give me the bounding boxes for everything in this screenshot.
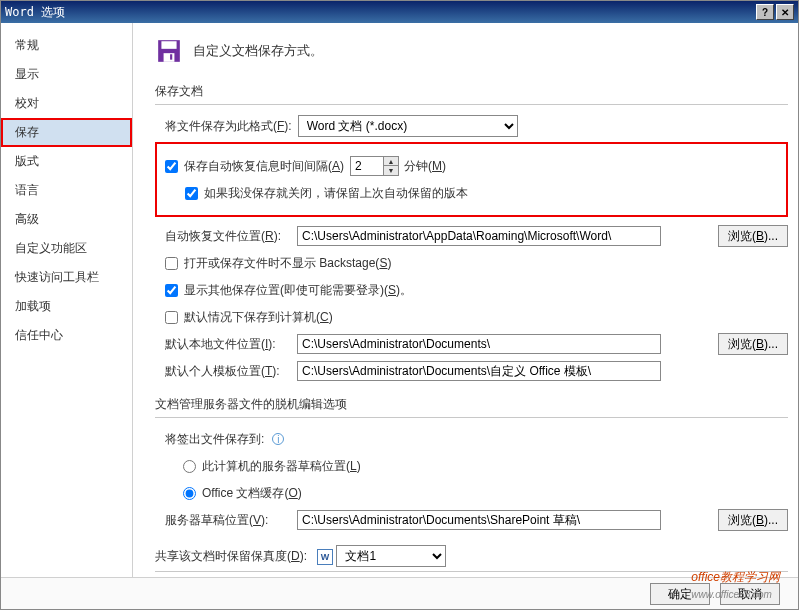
dialog-footer: 确定 取消 <box>1 577 798 609</box>
spinner-down[interactable]: ▼ <box>384 166 398 175</box>
svg-rect-3 <box>170 54 172 59</box>
default-local-label: 默认本地文件位置(I): <box>165 336 291 353</box>
autorecover-interval-input[interactable] <box>350 156 384 176</box>
sidebar-item-layout[interactable]: 版式 <box>1 147 132 176</box>
sidebar-item-advanced[interactable]: 高级 <box>1 205 132 234</box>
word-doc-icon: W <box>317 549 333 565</box>
autorecover-path-input[interactable] <box>297 226 661 246</box>
sidebar-item-addins[interactable]: 加载项 <box>1 292 132 321</box>
sidebar-item-trust-center[interactable]: 信任中心 <box>1 321 132 350</box>
category-sidebar: 常规 显示 校对 保存 版式 语言 高级 自定义功能区 快速访问工具栏 加载项 … <box>1 23 133 577</box>
radio-office-cache[interactable] <box>183 487 196 500</box>
autorecover-label: 保存自动恢复信息时间间隔(A) <box>184 158 344 175</box>
radio-office-cache-label: Office 文档缓存(O) <box>202 485 302 502</box>
browse-default-local-button[interactable]: 浏览(B)... <box>718 333 788 355</box>
format-select[interactable]: Word 文档 (*.docx) <box>298 115 518 137</box>
minutes-label: 分钟(M) <box>404 158 446 175</box>
save-to-pc-checkbox[interactable] <box>165 311 178 324</box>
window-controls: ? ✕ <box>756 4 794 20</box>
spinner-up[interactable]: ▲ <box>384 157 398 166</box>
section-offline-editing: 文档管理服务器文件的脱机编辑选项 <box>155 396 788 418</box>
no-backstage-label: 打开或保存文件时不显示 Backstage(S) <box>184 255 391 272</box>
autorecover-interval-spinner[interactable]: ▲▼ <box>350 156 398 176</box>
drafts-input[interactable] <box>297 510 661 530</box>
section-fidelity: 共享该文档时保留保真度(D): W 文档1 <box>155 545 788 572</box>
sidebar-item-proofing[interactable]: 校对 <box>1 89 132 118</box>
sidebar-item-display[interactable]: 显示 <box>1 60 132 89</box>
default-tpl-input[interactable] <box>297 361 661 381</box>
titlebar: Word 选项 ? ✕ <box>1 1 798 23</box>
cancel-button[interactable]: 取消 <box>720 583 780 605</box>
help-button[interactable]: ? <box>756 4 774 20</box>
show-other-label: 显示其他保存位置(即使可能需要登录)(S)。 <box>184 282 412 299</box>
no-backstage-checkbox[interactable] <box>165 257 178 270</box>
section-save-documents: 保存文档 <box>155 83 788 105</box>
default-tpl-label: 默认个人模板位置(T): <box>165 363 291 380</box>
browse-drafts-button[interactable]: 浏览(B)... <box>718 509 788 531</box>
sidebar-item-save[interactable]: 保存 <box>1 118 132 147</box>
radio-server-drafts[interactable] <box>183 460 196 473</box>
page-title: 自定义文档保存方式。 <box>193 42 323 60</box>
content-pane: 自定义文档保存方式。 保存文档 将文件保存为此格式(F): Word 文档 (*… <box>133 23 798 577</box>
keep-last-label: 如果我没保存就关闭，请保留上次自动保留的版本 <box>204 185 468 202</box>
close-button[interactable]: ✕ <box>776 4 794 20</box>
options-window: Word 选项 ? ✕ 常规 显示 校对 保存 版式 语言 高级 自定义功能区 … <box>0 0 799 610</box>
autorecover-highlight: 保存自动恢复信息时间间隔(A) ▲▼ 分钟(M) 如果我没保存就关闭，请保留上次… <box>155 142 788 217</box>
sidebar-item-language[interactable]: 语言 <box>1 176 132 205</box>
sidebar-item-general[interactable]: 常规 <box>1 31 132 60</box>
ok-button[interactable]: 确定 <box>650 583 710 605</box>
checkout-label: 将签出文件保存到: <box>165 431 264 448</box>
fidelity-doc-select[interactable]: 文档1 <box>336 545 446 567</box>
radio-server-drafts-label: 此计算机的服务器草稿位置(L) <box>202 458 361 475</box>
save-to-pc-label: 默认情况下保存到计算机(C) <box>184 309 333 326</box>
svg-rect-2 <box>164 53 175 62</box>
autorecover-checkbox[interactable] <box>165 160 178 173</box>
save-icon <box>155 37 183 65</box>
browse-autorecover-button[interactable]: 浏览(B)... <box>718 225 788 247</box>
info-icon[interactable]: i <box>272 433 284 445</box>
format-label: 将文件保存为此格式(F): <box>165 118 292 135</box>
keep-last-checkbox[interactable] <box>185 187 198 200</box>
drafts-label: 服务器草稿位置(V): <box>165 512 291 529</box>
default-local-input[interactable] <box>297 334 661 354</box>
autorecover-path-label: 自动恢复文件位置(R): <box>165 228 291 245</box>
sidebar-item-quick-access[interactable]: 快速访问工具栏 <box>1 263 132 292</box>
sidebar-item-customize-ribbon[interactable]: 自定义功能区 <box>1 234 132 263</box>
svg-rect-1 <box>161 41 176 49</box>
window-title: Word 选项 <box>5 4 65 21</box>
show-other-checkbox[interactable] <box>165 284 178 297</box>
